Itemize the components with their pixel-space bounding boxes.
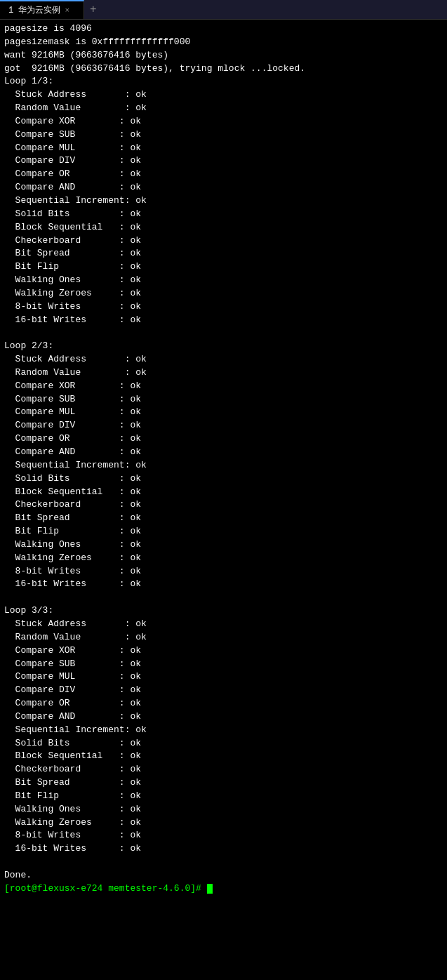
- terminal-line: Compare DIV : ok: [4, 154, 443, 168]
- terminal-line: Compare SUB : ok: [4, 393, 443, 406]
- terminal-line: Done.: [4, 869, 443, 882]
- terminal-line: Loop 3/3:: [4, 604, 443, 618]
- terminal-line: Compare AND : ok: [4, 710, 443, 724]
- tab-label: 1 华为云实例: [8, 4, 60, 16]
- terminal-line: Compare OR : ok: [4, 432, 443, 446]
- terminal-line: Compare XOR : ok: [4, 380, 443, 393]
- terminal-line: Compare SUB : ok: [4, 658, 443, 671]
- terminal-line: Bit Spread : ok: [4, 247, 443, 260]
- terminal-line: Walking Ones : ok: [4, 803, 443, 816]
- terminal-line: Compare AND : ok: [4, 181, 443, 194]
- terminal-line: Walking Zeroes : ok: [4, 552, 443, 565]
- terminal-line: Sequential Increment: ok: [4, 194, 443, 208]
- terminal-line: got 9216MB (9663676416 bytes), trying ml…: [4, 62, 443, 76]
- terminal-line: Compare XOR : ok: [4, 115, 443, 128]
- terminal-line: Checkerboard : ok: [4, 763, 443, 776]
- terminal-line: 8-bit Writes : ok: [4, 300, 443, 314]
- terminal-cursor: [207, 884, 213, 894]
- terminal-line: Compare MUL : ok: [4, 406, 443, 419]
- terminal-line: Loop 2/3:: [4, 340, 443, 353]
- terminal-line: Stuck Address : ok: [4, 353, 443, 366]
- terminal-line: Solid Bits : ok: [4, 208, 443, 221]
- new-tab-button[interactable]: +: [84, 0, 102, 19]
- terminal-line: Checkerboard : ok: [4, 234, 443, 248]
- tab-bar: 1 华为云实例 × +: [0, 0, 447, 20]
- terminal-line: Solid Bits : ok: [4, 472, 443, 486]
- terminal-line: Block Sequential : ok: [4, 486, 443, 499]
- terminal-line: Checkerboard : ok: [4, 498, 443, 512]
- terminal-line: Solid Bits : ok: [4, 737, 443, 750]
- terminal-line: Compare DIV : ok: [4, 419, 443, 432]
- terminal-line: [root@flexusx-e724 memtester-4.6.0]#: [4, 882, 443, 896]
- terminal-line: pagesizemask is 0xfffffffffffff000: [4, 36, 443, 49]
- tab-close-icon[interactable]: ×: [65, 6, 69, 15]
- active-tab[interactable]: 1 华为云实例 ×: [0, 0, 84, 19]
- terminal-line: Compare OR : ok: [4, 168, 443, 181]
- terminal-line: Walking Zeroes : ok: [4, 816, 443, 830]
- terminal-line: Compare SUB : ok: [4, 128, 443, 142]
- terminal-line: Compare MUL : ok: [4, 670, 443, 684]
- terminal-line: Random Value : ok: [4, 631, 443, 644]
- terminal-line: Random Value : ok: [4, 102, 443, 115]
- terminal-empty-line: [4, 856, 443, 869]
- terminal-line: Walking Ones : ok: [4, 274, 443, 287]
- terminal-line: Bit Flip : ok: [4, 260, 443, 274]
- terminal-line: Stuck Address : ok: [4, 88, 443, 102]
- terminal-line: Bit Flip : ok: [4, 525, 443, 538]
- terminal-line: want 9216MB (9663676416 bytes): [4, 49, 443, 62]
- terminal-line: Bit Flip : ok: [4, 790, 443, 803]
- terminal-line: Sequential Increment: ok: [4, 724, 443, 737]
- terminal-empty-line: [4, 326, 443, 340]
- terminal-line: Bit Spread : ok: [4, 776, 443, 790]
- terminal-line: Walking Zeroes : ok: [4, 287, 443, 300]
- terminal-line: Walking Ones : ok: [4, 538, 443, 552]
- terminal-line: 16-bit Writes : ok: [4, 842, 443, 856]
- terminal-line: Compare OR : ok: [4, 697, 443, 710]
- terminal-line: Compare DIV : ok: [4, 684, 443, 697]
- terminal-line: Compare MUL : ok: [4, 142, 443, 155]
- terminal-line: Bit Spread : ok: [4, 512, 443, 525]
- terminal: pagesize is 4096pagesizemask is 0xffffff…: [0, 20, 447, 899]
- terminal-empty-line: [4, 591, 443, 604]
- terminal-line: Loop 1/3:: [4, 75, 443, 88]
- terminal-line: Sequential Increment: ok: [4, 459, 443, 472]
- terminal-line: Block Sequential : ok: [4, 221, 443, 234]
- terminal-line: Compare XOR : ok: [4, 644, 443, 658]
- terminal-line: 16-bit Writes : ok: [4, 314, 443, 327]
- terminal-line: Compare AND : ok: [4, 446, 443, 459]
- terminal-line: 8-bit Writes : ok: [4, 565, 443, 578]
- terminal-line: Block Sequential : ok: [4, 750, 443, 763]
- terminal-line: pagesize is 4096: [4, 22, 443, 36]
- terminal-line: Random Value : ok: [4, 366, 443, 380]
- terminal-line: 8-bit Writes : ok: [4, 829, 443, 842]
- terminal-line: Stuck Address : ok: [4, 618, 443, 631]
- terminal-line: 16-bit Writes : ok: [4, 578, 443, 591]
